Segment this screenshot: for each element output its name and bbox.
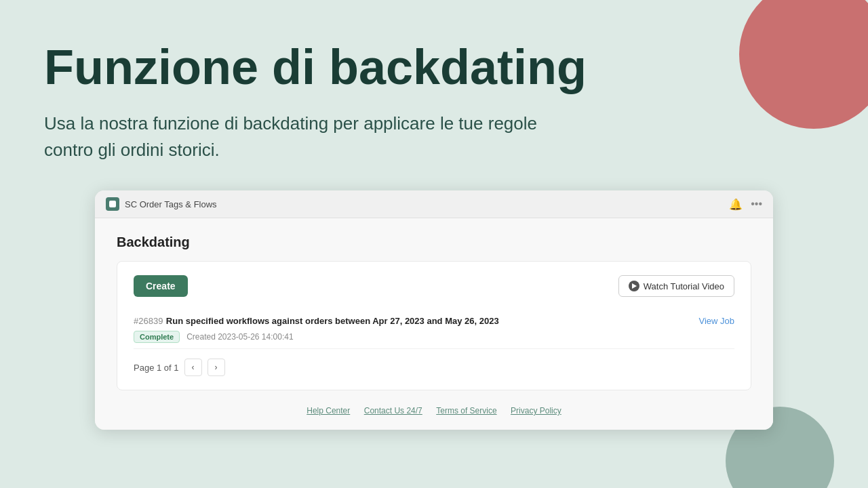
job-date: Created 2023-05-26 14:00:41 [186, 332, 293, 342]
page-info: Page 1 of 1 [134, 363, 179, 373]
app-icon-inner [109, 201, 116, 207]
footer-links: Help Center Contact Us 24/7 Terms of Ser… [117, 401, 751, 416]
job-row: #26839 Run specified workflows against o… [134, 308, 734, 349]
job-description: Run specified workflows against orders b… [166, 316, 499, 326]
app-icon [106, 197, 119, 211]
view-job-link[interactable]: View Job [698, 316, 734, 326]
contact-us-link[interactable]: Contact Us 24/7 [364, 406, 422, 415]
bell-icon[interactable]: 🔔 [729, 198, 743, 211]
pagination: Page 1 of 1 ‹ › [134, 359, 734, 376]
play-triangle [632, 283, 637, 289]
titlebar-left: SC Order Tags & Flows [106, 197, 217, 211]
tutorial-label: Watch Tutorial Video [644, 281, 724, 291]
app-name: SC Order Tags & Flows [125, 199, 217, 209]
create-button[interactable]: Create [134, 275, 188, 297]
window-body: Backdating Create Watch Tutorial Video [95, 218, 773, 430]
job-number: #26839 [134, 316, 163, 326]
help-center-link[interactable]: Help Center [307, 406, 350, 415]
tutorial-button[interactable]: Watch Tutorial Video [618, 275, 734, 297]
hero-subtitle: Usa la nostra funzione di backdating per… [44, 110, 587, 163]
status-badge: Complete [134, 331, 180, 343]
card-toolbar: Create Watch Tutorial Video [134, 275, 734, 297]
job-meta-row: Complete Created 2023-05-26 14:00:41 [134, 331, 734, 343]
job-title-row: #26839 Run specified workflows against o… [134, 314, 734, 327]
page-title-area: Backdating [117, 235, 751, 250]
play-icon [629, 281, 639, 291]
main-card: Create Watch Tutorial Video #26839 Run s… [117, 261, 751, 390]
prev-page-button[interactable]: ‹ [184, 359, 202, 376]
app-window: SC Order Tags & Flows 🔔 ••• Backdating C… [95, 190, 773, 430]
page-title: Backdating [117, 235, 751, 250]
more-icon[interactable]: ••• [751, 198, 762, 210]
titlebar-right: 🔔 ••• [729, 198, 762, 211]
hero-title: Funzione di backdating [44, 41, 824, 94]
next-page-button[interactable]: › [208, 359, 225, 376]
window-titlebar: SC Order Tags & Flows 🔔 ••• [95, 190, 773, 218]
terms-link[interactable]: Terms of Service [436, 406, 496, 415]
privacy-link[interactable]: Privacy Policy [511, 406, 561, 415]
content-wrapper: Funzione di backdating Usa la nostra fun… [0, 0, 868, 457]
job-title: #26839 Run specified workflows against o… [134, 314, 499, 327]
